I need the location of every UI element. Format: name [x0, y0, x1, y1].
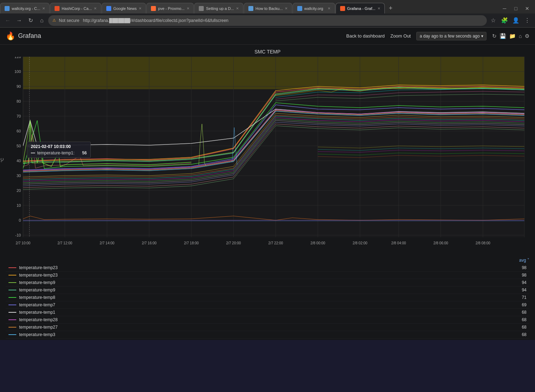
- legend-table: avg ˅ temperature-temp23 98 temperature-…: [0, 255, 535, 340]
- tab-close-icon[interactable]: ×: [378, 6, 381, 11]
- legend-sort-button[interactable]: avg ˅: [519, 258, 529, 263]
- maximize-icon[interactable]: □: [511, 4, 521, 13]
- url-display: Not secure http://grafana.███████/#/dash…: [59, 18, 483, 23]
- svg-text:2/8 06:00: 2/8 06:00: [433, 241, 448, 245]
- legend-series-value: 98: [512, 265, 526, 270]
- tab-wallcity-1[interactable]: wallcity.org - C... ×: [0, 3, 50, 13]
- svg-text:60: 60: [17, 129, 21, 133]
- tab-google-news[interactable]: Google News ×: [102, 3, 146, 13]
- svg-text:90: 90: [17, 84, 21, 89]
- grafana-settings-icon[interactable]: ⚙: [525, 33, 529, 39]
- navigation-bar: ← → ↻ ⌂ ⚠ Not secure http://grafana.████…: [0, 13, 535, 28]
- tab-close-icon[interactable]: ×: [42, 6, 45, 11]
- zoom-out-button[interactable]: Zoom Out: [390, 33, 411, 39]
- tab-close-icon[interactable]: ×: [328, 6, 331, 11]
- tab-wallcity-2[interactable]: wallcity.org ×: [293, 3, 335, 13]
- legend-header: avg ˅: [6, 256, 529, 264]
- close-window-icon[interactable]: ✕: [522, 4, 532, 13]
- svg-text:110: 110: [15, 57, 21, 59]
- legend-series-value: 68: [512, 310, 526, 315]
- legend-row-temp23-2[interactable]: temperature-temp23 98: [6, 272, 529, 279]
- legend-row-temp3[interactable]: temperature-temp3 68: [6, 331, 529, 339]
- grafana-header: 🔥 Grafana Back to dashboard Zoom Out a d…: [0, 28, 535, 45]
- tab-favicon: [340, 6, 345, 11]
- legend-row-temp27[interactable]: temperature-temp27 68: [6, 324, 529, 331]
- grafana-header-right: Back to dashboard Zoom Out a day ago to …: [346, 32, 529, 40]
- legend-row-temp9-1[interactable]: temperature-temp9 94: [6, 279, 529, 286]
- legend-color-swatch: [9, 282, 16, 283]
- svg-text:2/7 22:00: 2/7 22:00: [268, 241, 283, 245]
- svg-text:-10: -10: [15, 233, 21, 237]
- refresh-icon[interactable]: ↻: [492, 33, 497, 39]
- chart-wrapper: °C: [6, 57, 529, 255]
- save-icon[interactable]: 💾: [500, 33, 506, 39]
- tab-title: wallcity.org: [304, 6, 326, 11]
- not-secure-label: Not secure: [59, 18, 79, 23]
- extensions-icon[interactable]: 🧩: [500, 16, 509, 25]
- reload-button[interactable]: ↻: [26, 16, 35, 25]
- legend-row-temp1[interactable]: temperature-temp1 68: [6, 309, 529, 316]
- tab-favicon: [5, 6, 10, 11]
- tab-favicon: [106, 6, 111, 11]
- tab-close-icon[interactable]: ×: [236, 6, 239, 11]
- legend-series-name: temperature-temp28: [19, 317, 512, 322]
- tab-favicon: [199, 6, 204, 11]
- settings-menu-icon[interactable]: ⋮: [522, 16, 532, 25]
- legend-row-temp23-1[interactable]: temperature-temp23 98: [6, 264, 529, 272]
- legend-row-temp9-2[interactable]: temperature-temp9 94: [6, 286, 529, 294]
- legend-row-temp8[interactable]: temperature-temp8 71: [6, 294, 529, 301]
- tab-title: HashiCorp - Ca...: [62, 6, 92, 11]
- legend-series-name: temperature-temp8: [19, 295, 512, 300]
- legend-series-name: temperature-temp23: [19, 273, 512, 278]
- tab-hashicorp[interactable]: HashiCorp - Ca... ×: [50, 3, 101, 13]
- address-bar[interactable]: ⚠ Not secure http://grafana.███████/#/da…: [48, 15, 487, 26]
- bookmark-star-icon[interactable]: ☆: [488, 16, 498, 25]
- legend-series-value: 94: [512, 280, 526, 285]
- legend-series-name: temperature-temp23: [19, 265, 512, 270]
- grafana-app: 🔥 Grafana Back to dashboard Zoom Out a d…: [0, 28, 535, 340]
- svg-text:2/7 14:00: 2/7 14:00: [100, 241, 114, 245]
- chart-container: SMC TEMP °C: [0, 45, 535, 255]
- legend-color-swatch: [9, 297, 16, 298]
- tab-close-icon[interactable]: ×: [139, 6, 142, 11]
- legend-row-temp28[interactable]: temperature-temp28 68: [6, 316, 529, 324]
- grafana-logo-icon: 🔥: [6, 32, 15, 41]
- legend-series-value: 71: [512, 295, 526, 300]
- profile-icon[interactable]: 👤: [511, 16, 521, 25]
- legend-series-name: temperature-temp9: [19, 280, 512, 285]
- legend-color-swatch: [9, 275, 16, 275]
- legend-color-swatch: [9, 267, 16, 268]
- folder-icon[interactable]: 📁: [509, 33, 516, 39]
- back-button[interactable]: ←: [3, 16, 13, 25]
- new-tab-button[interactable]: +: [385, 3, 396, 13]
- legend-series-name: temperature-temp27: [19, 325, 512, 330]
- legend-series-value: 68: [512, 332, 526, 337]
- svg-rect-2: [23, 57, 524, 89]
- forward-button[interactable]: →: [14, 16, 24, 25]
- back-to-dashboard-button[interactable]: Back to dashboard: [346, 33, 384, 39]
- tab-grafana[interactable]: Grafana - Graf... ×: [336, 3, 385, 13]
- y-axis-unit: °C: [0, 158, 4, 162]
- time-range-picker[interactable]: a day ago to a few seconds ago ▾: [416, 32, 486, 40]
- minimize-icon[interactable]: ─: [500, 4, 509, 13]
- tab-setting[interactable]: Setting up a D... ×: [194, 3, 243, 13]
- svg-text:20: 20: [17, 188, 21, 193]
- home-grafana-icon[interactable]: ⌂: [519, 33, 522, 39]
- tab-close-icon[interactable]: ×: [187, 6, 190, 11]
- tab-title: wallcity.org - C...: [12, 6, 40, 11]
- legend-color-swatch: [9, 319, 16, 320]
- tab-proxmox[interactable]: pve - Proxmo... ×: [146, 3, 194, 13]
- tab-close-icon[interactable]: ×: [285, 6, 288, 11]
- legend-series-name: temperature-temp9: [19, 288, 512, 292]
- tab-close-icon[interactable]: ×: [94, 6, 97, 11]
- svg-text:0: 0: [19, 218, 21, 222]
- svg-text:2/7 12:00: 2/7 12:00: [57, 241, 72, 245]
- tab-title: Setting up a D...: [206, 6, 234, 11]
- tab-favicon: [248, 6, 253, 11]
- legend-row-temp7[interactable]: temperature-temp7 69: [6, 301, 529, 309]
- legend-series-name: temperature-temp7: [19, 302, 512, 307]
- home-button[interactable]: ⌂: [37, 16, 47, 25]
- url-text: http://grafana.███████/#/dashboard/file/…: [83, 18, 229, 23]
- svg-text:50: 50: [17, 144, 21, 148]
- tab-backup[interactable]: How to Backu... ×: [244, 3, 292, 13]
